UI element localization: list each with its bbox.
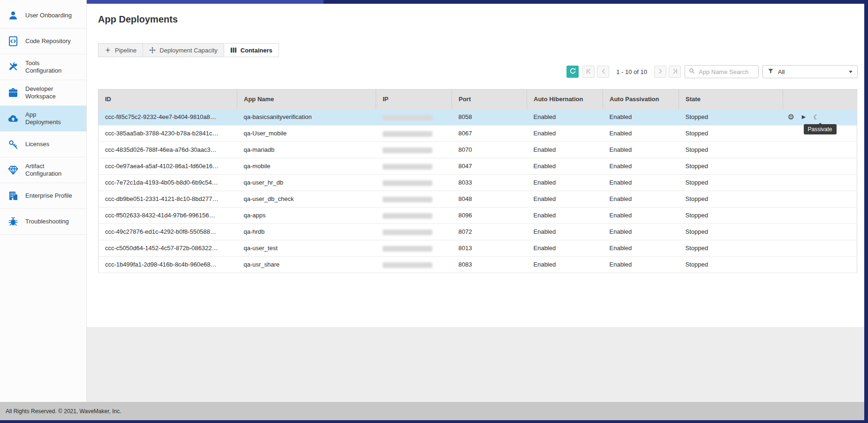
first-page-button[interactable] [582,66,595,78]
sidebar-item-label: App Deployments [25,111,73,126]
filter-dropdown[interactable]: All [762,65,858,78]
code-file-icon [7,35,19,47]
cell-app-name: qa-mobile [237,158,376,174]
table-row[interactable]: ccc-7e72c1da-4193-4b05-b8d0-6b9c54… qa-u… [98,174,857,191]
row-actions [783,158,857,174]
chevron-down-icon [849,71,853,73]
footer-text: All Rights Reserved. © 2021, WaveMaker, … [6,408,121,415]
row-actions [783,175,857,191]
cell-ip [376,109,452,126]
cell-state: Stopped [679,191,783,207]
cell-id: ccc-1b499fa1-2d98-416b-8c4b-960e68… [98,256,237,273]
filter-icon [768,67,774,76]
capacity-icon [149,47,156,53]
table-row[interactable]: ccc-385aa5ab-3788-4230-b78a-b2841c… qa-U… [98,125,857,141]
cell-port: 8047 [452,158,527,174]
cell-auto-passivation: Enabled [603,240,679,256]
passivate-tooltip: Passivate [804,124,837,134]
sidebar-item-app-deployments[interactable]: App Deployments [0,106,86,132]
cell-auto-passivation: Enabled [603,174,679,191]
cell-auto-passivation: Enabled [603,191,679,207]
ip-redacted [383,148,432,153]
sidebar-item-tools-configuration[interactable]: Tools Configuration [0,54,86,80]
gem-icon [7,164,19,176]
cell-actions [783,174,857,191]
cell-state: Stopped [679,158,783,174]
prev-page-button[interactable] [597,66,609,78]
column-header-auto-hibernation: Auto Hibernation [527,89,603,109]
cell-actions [783,223,857,240]
refresh-button[interactable] [566,66,579,78]
row-actions [783,142,857,158]
settings-button[interactable]: ⚙ [788,113,794,121]
main-content: App Deployments Pipeline Deployment Capa… [87,4,864,402]
table-row[interactable]: ccc-49c27876-ed1c-4292-b0f8-550588… qa-h… [98,223,857,240]
sidebar-item-label: Code Repository [25,37,73,45]
cell-app-name: qa-user_db_check [237,191,376,207]
ip-redacted [383,164,432,170]
row-actions: ⚙▶☾Passivate [783,109,857,125]
top-bar-accent [87,0,324,4]
footer: All Rights Reserved. © 2021, WaveMaker, … [0,402,864,420]
start-button[interactable]: ▶ [802,114,806,119]
cell-auto-hibernation: Enabled [527,158,603,174]
sidebar-nav: User Onboarding Code Repository Tools Co… [0,3,86,235]
cell-state: Stopped [679,207,783,223]
passivate-button[interactable]: ☾ [813,114,819,120]
column-header-state: State [679,89,783,109]
cell-actions: ⚙▶☾Passivate [783,109,857,126]
cell-app-name: qa-apps [237,207,376,223]
column-header-id: ID [98,89,237,109]
search-input[interactable] [698,68,755,76]
sidebar-item-enterprise-profile[interactable]: Enterprise Profile [0,183,86,209]
cell-port: 8070 [452,141,527,158]
cell-app-name: qa-basicsanityverification [237,109,376,126]
page-title: App Deployments [98,14,178,25]
cell-state: Stopped [679,141,783,158]
ip-redacted [383,131,432,137]
cell-id: ccc-0e97aea4-a5af-4102-86a1-fd60e16… [98,158,237,174]
sidebar-item-artifact-configuration[interactable]: Artifact Configuration [0,157,86,183]
table-row[interactable]: ccc-c5050d64-1452-4c57-872b-086322… qa-u… [98,240,857,256]
tab-label: Containers [241,47,272,54]
cell-auto-hibernation: Enabled [527,125,603,141]
cell-port: 8067 [452,125,527,141]
last-page-icon [672,68,678,75]
last-page-button[interactable] [669,66,681,78]
table-row[interactable]: ccc-0e97aea4-a5af-4102-86a1-fd60e16… qa-… [98,158,857,174]
prev-page-icon [601,68,605,75]
cell-auto-hibernation: Enabled [527,240,603,256]
sidebar-item-label: Licenses [25,141,73,148]
table-row[interactable]: ccc-db9be051-2331-4121-8c10-8bd277… qa-u… [98,191,857,207]
cloud-upload-icon [7,112,19,125]
table-row[interactable]: ccc-4835d026-788f-46ea-a76d-30aac3… qa-m… [98,141,857,158]
sidebar-item-licenses[interactable]: Licenses [0,132,86,157]
row-actions [783,208,857,223]
cell-port: 8058 [452,109,527,126]
pagination: 1 - 10 of 10 [582,66,681,78]
cell-actions [783,207,857,223]
tab-pipeline[interactable]: Pipeline [98,43,143,57]
tab-containers[interactable]: Containers [224,43,279,57]
tab-deployment-capacity[interactable]: Deployment Capacity [143,43,224,57]
cell-state: Stopped [679,109,783,126]
next-page-button[interactable] [654,66,666,78]
sidebar-item-label: Tools Configuration [25,59,73,74]
cell-app-name: qa-usr_share [237,256,376,273]
key-icon [7,138,19,150]
cell-app-name: qa-user_test [237,240,376,256]
cell-port: 8096 [452,207,527,223]
cell-auto-passivation: Enabled [603,158,679,174]
table-row[interactable]: ccc-1b499fa1-2d98-416b-8c4b-960e68… qa-u… [98,256,857,273]
sidebar-item-troubleshooting[interactable]: Troubleshooting [0,209,86,235]
table-row[interactable]: ccc-f85c75c2-9232-4ee7-b404-9810a8… qa-b… [98,109,857,126]
cell-id: ccc-ff502633-8432-41d4-97b6-996156… [98,207,237,223]
table-row[interactable]: ccc-ff502633-8432-41d4-97b6-996156… qa-a… [98,207,857,223]
table-body: ccc-f85c75c2-9232-4ee7-b404-9810a8… qa-b… [98,109,857,273]
sidebar-item-user-onboarding[interactable]: User Onboarding [0,3,86,29]
row-actions [783,191,857,207]
bug-icon [7,215,19,228]
sidebar-item-developer-workspace[interactable]: Developer Workspace [0,80,86,106]
sidebar-item-code-repository[interactable]: Code Repository [0,29,86,54]
cell-auto-passivation: Enabled [603,223,679,240]
